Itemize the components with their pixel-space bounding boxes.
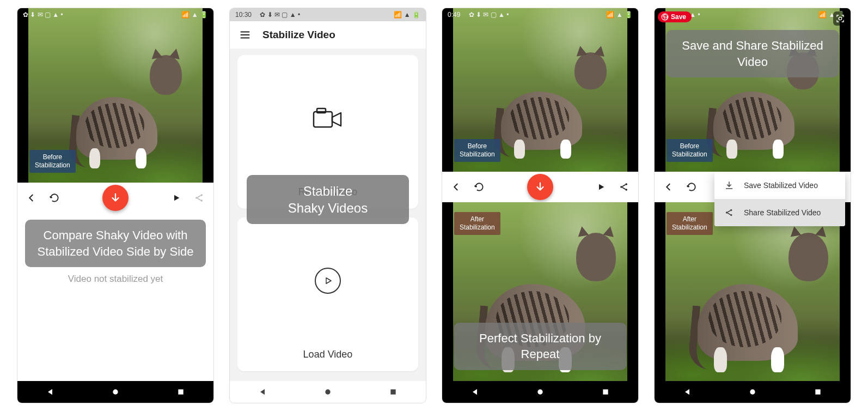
callout: Compare Shaky Video with Stabilized Vide…	[25, 220, 206, 267]
play-circle-icon	[315, 268, 341, 294]
content: Record Video Stabilize Shaky Videos Load…	[230, 49, 426, 381]
before-badge: Before Stabilization	[29, 150, 76, 173]
share-button[interactable]	[193, 191, 206, 204]
play-icon	[172, 194, 181, 202]
svg-rect-5	[314, 112, 332, 127]
nav-recent-icon[interactable]	[176, 388, 185, 396]
chevron-left-icon	[451, 182, 461, 192]
svg-rect-6	[317, 108, 326, 113]
svg-point-10	[625, 183, 627, 185]
svg-rect-8	[390, 389, 395, 394]
android-nav	[230, 381, 426, 403]
arrow-down-icon	[534, 181, 546, 193]
nav-recent-icon[interactable]	[601, 388, 610, 396]
svg-rect-4	[178, 389, 183, 394]
stabilize-fab[interactable]	[527, 174, 553, 200]
content: Before Stabilization Save and Share Stab…	[655, 8, 851, 381]
popup-save-label: Save Stabilized Video	[744, 181, 818, 190]
play-button[interactable]	[595, 180, 608, 194]
app-header: Stabilize Video	[230, 21, 426, 49]
play-icon	[323, 276, 333, 286]
toolbar	[17, 183, 213, 213]
pinterest-icon	[661, 13, 669, 21]
refresh-button[interactable]	[685, 180, 698, 194]
after-badge: After Stabilization	[667, 212, 713, 235]
nav-back-icon[interactable]	[258, 388, 267, 396]
camera-icon	[313, 107, 343, 129]
svg-point-7	[325, 389, 330, 394]
svg-rect-13	[603, 389, 608, 394]
menu-button[interactable]	[239, 28, 252, 41]
back-button[interactable]	[25, 191, 38, 204]
share-button[interactable]	[618, 180, 631, 194]
nav-recent-icon[interactable]	[389, 388, 398, 396]
after-badge: After Stabilization	[454, 212, 500, 235]
refresh-button[interactable]	[473, 180, 486, 194]
visual-search-button[interactable]	[833, 11, 847, 26]
share-icon	[619, 182, 629, 192]
svg-point-3	[113, 389, 118, 394]
screenshot-3: 0:49 ✿ ⬇ ✉ ▢ ▲ • 📶 ▲ 🔋 Before Stabilizat…	[442, 8, 638, 403]
play-button[interactable]	[170, 191, 183, 204]
refresh-button[interactable]	[48, 191, 61, 204]
nav-recent-icon[interactable]	[814, 388, 822, 396]
status-time: 10:30	[235, 11, 252, 19]
back-button[interactable]	[662, 180, 675, 194]
svg-rect-20	[815, 389, 820, 394]
popup-share-row[interactable]: Share Stabilized Video	[714, 199, 845, 226]
toolbar: Save Stabilized Video Share Stabilized V…	[655, 172, 851, 202]
screenshot-1: ✿ ⬇ ✉ ▢ ▲ • 📶 ▲ 🔋 Before Stabilization C…	[17, 8, 213, 403]
status-right: 📶 ▲ 🔋	[606, 11, 633, 19]
after-video-pane: After Stabilization	[655, 202, 851, 381]
record-video-card[interactable]: Record Video Stabilize Shaky Videos	[237, 55, 418, 209]
nav-home-icon[interactable]	[536, 388, 545, 396]
stabilize-fab[interactable]	[102, 185, 129, 211]
status-bar: 0:49 ✿ ⬇ ✉ ▢ ▲ • 📶 ▲ 🔋	[442, 8, 638, 21]
svg-point-17	[730, 209, 732, 211]
svg-point-11	[625, 189, 627, 191]
after-video-pane: After Stabilization Perfect Stabilizatio…	[442, 202, 638, 381]
share-popup: Save Stabilized Video Share Stabilized V…	[714, 172, 845, 226]
status-right: 📶 ▲ 🔋	[394, 11, 420, 19]
pinterest-save-button[interactable]: Save	[658, 11, 692, 22]
nav-back-icon[interactable]	[683, 388, 692, 396]
svg-point-16	[726, 211, 728, 213]
status-left: ✿ ⬇ ✉ ▢ ▲ •	[469, 11, 509, 19]
nav-home-icon[interactable]	[748, 388, 757, 396]
nav-back-icon[interactable]	[46, 388, 54, 396]
status-left: ✿ ⬇ ✉ ▢ ▲ •	[23, 11, 63, 19]
refresh-icon	[49, 192, 60, 203]
app-title: Stabilize Video	[262, 29, 335, 41]
android-nav	[655, 381, 851, 403]
status-bar: ✿ ⬇ ✉ ▢ ▲ • 📶 ▲ 🔋	[17, 8, 213, 21]
callout: Stabilize Shaky Videos	[247, 175, 409, 224]
screenshot-4: ✿ ⬇ ✉ ▢ ▲ • 📶 ▲ 🔋 Save Before Stabilizat…	[655, 8, 851, 403]
svg-point-15	[839, 17, 841, 20]
nav-home-icon[interactable]	[323, 388, 332, 396]
before-badge: Before Stabilization	[454, 139, 500, 162]
nav-home-icon[interactable]	[111, 388, 120, 396]
arrow-down-icon	[109, 192, 121, 204]
refresh-icon	[686, 182, 697, 192]
load-video-card[interactable]: Load Video	[237, 217, 418, 371]
svg-point-9	[620, 186, 622, 188]
play-icon	[597, 183, 606, 191]
svg-point-1	[200, 194, 203, 196]
content: Before Stabilization After Stabilization…	[442, 8, 638, 381]
android-nav	[17, 381, 213, 403]
popup-save-row[interactable]: Save Stabilized Video	[714, 172, 845, 199]
before-video-pane: Before Stabilization Save and Share Stab…	[655, 8, 851, 172]
status-caption: Video not stabilized yet	[68, 274, 163, 285]
content: Before Stabilization Compare Shaky Video…	[17, 8, 213, 381]
status-time: 0:49	[448, 11, 460, 19]
screenshot-2: 10:30 ✿ ⬇ ✉ ▢ ▲ • 📶 ▲ 🔋 Stabilize Video …	[230, 8, 426, 403]
popup-share-label: Share Stabilized Video	[744, 208, 821, 217]
nav-back-icon[interactable]	[470, 388, 479, 396]
status-left: ✿ ⬇ ✉ ▢ ▲ •	[260, 11, 300, 19]
svg-point-2	[200, 200, 203, 202]
share-icon	[194, 192, 205, 203]
svg-point-18	[730, 214, 732, 216]
pin-label: Save	[671, 13, 686, 21]
back-button[interactable]	[450, 180, 463, 194]
status-right: 📶 ▲ 🔋	[181, 11, 208, 19]
